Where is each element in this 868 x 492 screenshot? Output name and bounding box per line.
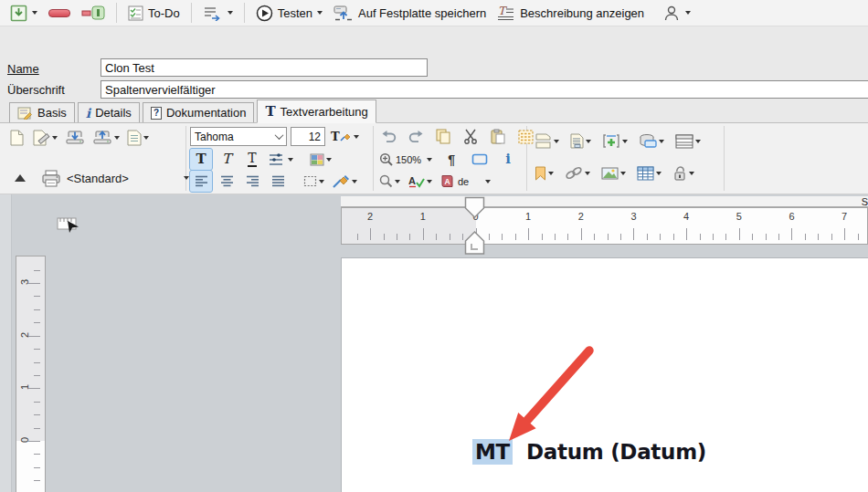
- remove-button[interactable]: [45, 2, 74, 25]
- redo-icon: [408, 130, 424, 143]
- undo-button[interactable]: [377, 126, 399, 147]
- tab-selector-button[interactable]: [57, 215, 80, 234]
- red-annotation-arrow: [498, 315, 598, 461]
- font-color-caret[interactable]: [326, 158, 332, 162]
- tab-details[interactable]: i Details: [78, 102, 140, 122]
- paintbrush-caret[interactable]: [352, 180, 357, 183]
- hyperlink-caret[interactable]: [585, 172, 590, 175]
- name-label[interactable]: Name: [7, 62, 39, 76]
- toolbar-separator: [191, 3, 192, 23]
- page-break-button[interactable]: [533, 131, 561, 152]
- search-button[interactable]: [377, 171, 402, 192]
- load-layout-caret[interactable]: [114, 136, 120, 140]
- bookmark-caret[interactable]: [548, 172, 554, 175]
- list-jump-button[interactable]: [199, 2, 237, 25]
- import-dropdown-caret[interactable]: [32, 11, 37, 15]
- insert-frame-caret[interactable]: [622, 140, 628, 143]
- first-line-indent-marker[interactable]: [464, 196, 485, 219]
- paste-button[interactable]: [487, 126, 509, 147]
- page-break-caret[interactable]: [554, 140, 559, 143]
- list-table-caret[interactable]: [695, 140, 701, 143]
- font-color-button[interactable]: [308, 149, 333, 170]
- bookmark-button[interactable]: [533, 162, 556, 183]
- clear-formatting-caret[interactable]: [354, 135, 359, 139]
- tab-dokumentation[interactable]: ? Dokumentation: [143, 102, 255, 122]
- user-button[interactable]: [659, 2, 694, 25]
- insert-table-button[interactable]: [635, 162, 663, 183]
- copy-button[interactable]: [432, 126, 454, 147]
- font-size-input[interactable]: [291, 127, 325, 146]
- save-to-disk-button[interactable]: Auf Festplatte speichern: [330, 2, 490, 25]
- new-document-button[interactable]: [5, 127, 27, 148]
- formatting-marks-button[interactable]: ¶: [440, 149, 462, 170]
- underline-button[interactable]: T: [241, 149, 263, 170]
- cut-button[interactable]: [460, 126, 482, 147]
- insert-table-caret[interactable]: [656, 172, 662, 175]
- redo-button[interactable]: [405, 126, 427, 147]
- font-name-combobox[interactable]: Tahoma: [190, 127, 287, 146]
- database-field-button[interactable]: [637, 131, 666, 152]
- align-center-button[interactable]: [216, 171, 238, 192]
- line-spacing-caret[interactable]: [288, 158, 293, 162]
- text-block-caret[interactable]: [586, 140, 591, 143]
- list-table-button[interactable]: [673, 131, 703, 152]
- vruler-tick: [34, 428, 40, 429]
- bold-button[interactable]: T: [190, 149, 212, 170]
- spellcheck-button[interactable]: A: [407, 171, 434, 192]
- load-layout-button[interactable]: [90, 127, 122, 148]
- align-justify-button[interactable]: [267, 171, 289, 192]
- page-preview-caret[interactable]: [143, 136, 149, 140]
- show-description-button[interactable]: T Beschreibung anzeigen: [493, 2, 648, 25]
- page-setup-caret[interactable]: [52, 136, 58, 140]
- vruler-tick: [34, 309, 40, 310]
- align-right-button[interactable]: [241, 171, 263, 192]
- toolbar-separator: [116, 3, 117, 23]
- connect-button[interactable]: [78, 2, 109, 25]
- heading-input[interactable]: [101, 80, 868, 99]
- user-dropdown-caret[interactable]: [685, 11, 691, 15]
- tab-stop-marker[interactable]: [464, 229, 485, 256]
- save-layout-button[interactable]: [63, 127, 87, 148]
- testen-button[interactable]: Testen: [252, 2, 326, 25]
- hyperlink-button[interactable]: [563, 162, 592, 183]
- language-caret[interactable]: [485, 180, 491, 183]
- tab-textverarbeitung[interactable]: T Textverarbeitung: [257, 99, 376, 123]
- todo-button[interactable]: To-Do: [124, 2, 184, 25]
- testen-dropdown-caret[interactable]: [317, 11, 323, 15]
- name-input[interactable]: [101, 58, 428, 77]
- line-spacing-button[interactable]: [267, 149, 295, 170]
- chain-link-icon: [565, 166, 583, 180]
- protection-caret[interactable]: [689, 172, 694, 175]
- horizontal-ruler[interactable]: 2101234567: [341, 207, 868, 245]
- list-jump-dropdown-caret[interactable]: [228, 11, 233, 15]
- hruler-tick: [436, 234, 437, 240]
- page-setup-button[interactable]: [31, 127, 59, 148]
- insert-image-caret[interactable]: [620, 172, 626, 175]
- protection-button[interactable]: [671, 162, 696, 183]
- insert-image-button[interactable]: [599, 162, 628, 183]
- text-frame-button[interactable]: [469, 149, 491, 170]
- vruler-tick: [34, 402, 40, 403]
- vertical-ruler[interactable]: 3210: [16, 256, 46, 492]
- printer-profile-dropdown[interactable]: <Standard>: [38, 167, 192, 189]
- align-left-button[interactable]: [190, 171, 212, 192]
- spellcheck-icon: A: [408, 174, 425, 189]
- borders-caret[interactable]: [319, 180, 324, 183]
- insert-frame-button[interactable]: [600, 131, 630, 152]
- italic-button[interactable]: T: [216, 149, 238, 170]
- collapse-toolbar-button[interactable]: [9, 168, 31, 189]
- page-preview-button[interactable]: [125, 127, 151, 148]
- spellcheck-caret[interactable]: [427, 180, 432, 183]
- text-block-button[interactable]: [568, 131, 593, 152]
- zoom-level-button[interactable]: 150%: [377, 149, 434, 170]
- import-button[interactable]: [6, 2, 41, 25]
- borders-button[interactable]: [302, 171, 326, 192]
- zoom-level-caret[interactable]: [427, 158, 432, 162]
- language-button[interactable]: A de: [439, 171, 492, 192]
- clear-formatting-button[interactable]: T: [329, 126, 361, 147]
- database-field-caret[interactable]: [659, 140, 664, 143]
- search-caret[interactable]: [395, 180, 400, 183]
- paintbrush-button[interactable]: [330, 171, 359, 192]
- document-info-button[interactable]: i: [497, 149, 519, 170]
- tab-basis[interactable]: Basis: [9, 102, 75, 122]
